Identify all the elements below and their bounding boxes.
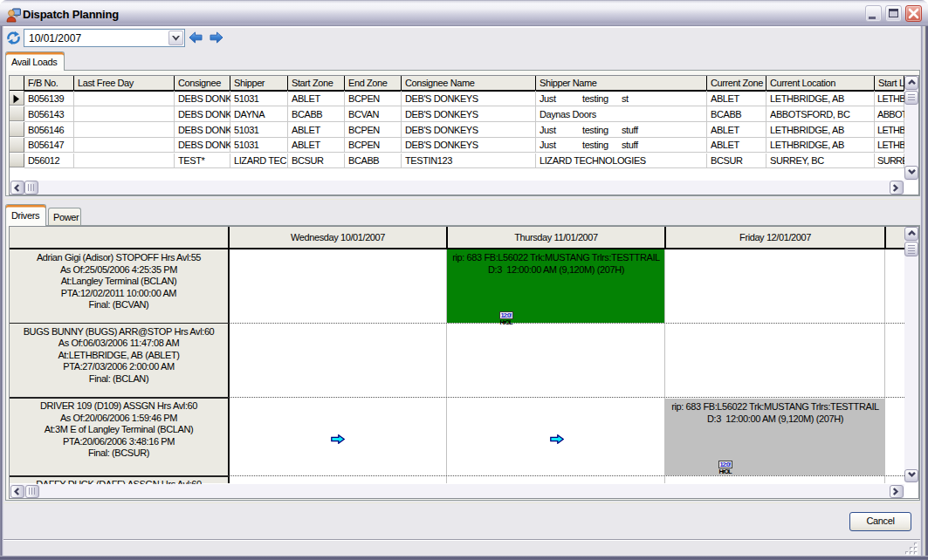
svg-text:HrOL: HrOL	[719, 468, 732, 475]
svg-text:HrOL: HrOL	[500, 318, 513, 325]
